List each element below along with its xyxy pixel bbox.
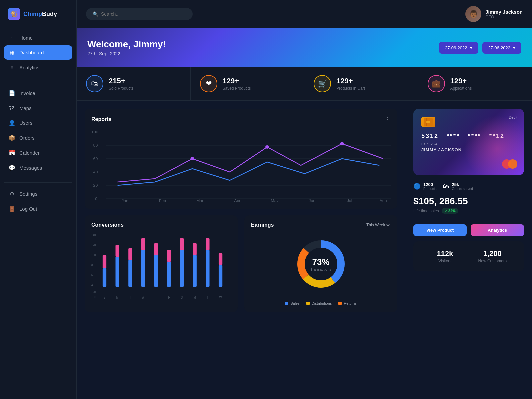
svg-text:S: S (181, 296, 183, 299)
stat-info-cart: 129+ Products in Cart (336, 77, 365, 91)
donut-label: Transactions (310, 267, 331, 271)
nav-divider-2 (4, 182, 72, 183)
main-content: 🔍 👨🏾 Jimmy Jackson CEO Welcome, Jimmy! 2… (77, 0, 532, 399)
mastercard-orange-circle (508, 159, 517, 169)
sidebar-item-analytics[interactable]: ≡ Analytics (4, 60, 72, 74)
view-product-button[interactable]: View Product (413, 224, 467, 236)
svg-rect-52 (193, 243, 197, 255)
customers-label: New Customers (469, 259, 516, 263)
orders-stat: 🛍 25k Orders served (443, 182, 473, 191)
welcome-banner: Welcome, Jimmy! 27th, Sept 2022 27-06-20… (77, 28, 532, 67)
svg-text:S: S (104, 296, 105, 299)
sidebar-item-dashboard[interactable]: ▦ Dashboard (4, 45, 72, 60)
svg-text:120: 120 (91, 243, 96, 247)
svg-text:W: W (142, 296, 145, 299)
sidebar-item-logout[interactable]: 🚪 Log Out (4, 202, 72, 216)
legend-returns-label: Returns (344, 301, 357, 305)
sidebar-item-orders[interactable]: 📦 Orders (4, 131, 72, 145)
content-area: Welcome, Jimmy! 27th, Sept 2022 27-06-20… (77, 28, 532, 399)
sidebar-item-label: Analytics (19, 65, 39, 70)
sales-amount: $105, 286.55 (413, 196, 524, 207)
date-button-1[interactable]: 27-06-2022 ▾ (439, 42, 478, 54)
stat-card-saved: ❤ 129+ Saved Products (191, 67, 305, 100)
stat-card-apps: 💼 129+ Applications (418, 67, 532, 100)
svg-text:F: F (168, 296, 170, 299)
svg-text:T: T (155, 296, 157, 299)
donut-area: 73% Transactions (251, 231, 391, 297)
logout-icon: 🚪 (9, 206, 15, 212)
avatar: 👨🏾 (465, 6, 481, 22)
period-select[interactable]: This Week (365, 222, 391, 228)
distributions-dot (306, 302, 310, 305)
mastercard-logo (502, 159, 517, 169)
legend-distributions-label: Distributions (312, 301, 332, 305)
date-button-2[interactable]: 27-06-2022 ▾ (482, 42, 522, 54)
legend-sales: Sales (285, 301, 300, 305)
sidebar-item-label: Settings (19, 191, 37, 197)
svg-rect-39 (116, 257, 119, 287)
orders-icon: 🛍 (443, 183, 449, 190)
analytics-button[interactable]: Analytics (471, 224, 524, 236)
user-info: 👨🏾 Jimmy Jackson CEO (465, 6, 523, 22)
more-options-icon[interactable]: ⋮ (384, 115, 391, 123)
svg-text:W: W (219, 296, 222, 299)
svg-text:M: M (116, 296, 119, 299)
sidebar-item-maps[interactable]: 🗺 Maps (4, 101, 72, 115)
cart-number: 129+ (336, 77, 365, 85)
home-icon: ⌂ (9, 35, 15, 41)
svg-text:Jul: Jul (347, 199, 352, 202)
right-column: Debit 5312 **** **** **12 (405, 101, 532, 399)
sidebar-item-home[interactable]: ⌂ Home (4, 31, 72, 45)
svg-rect-37 (103, 268, 106, 287)
search-input[interactable] (101, 11, 186, 17)
svg-text:80: 80 (91, 263, 94, 267)
svg-rect-43 (141, 250, 145, 287)
svg-text:0: 0 (95, 197, 97, 201)
svg-text:May: May (271, 199, 278, 202)
earnings-title: Earnings (251, 222, 274, 228)
dashboard-grid: Reports ⋮ 100 (77, 101, 532, 399)
search-bar[interactable]: 🔍 (86, 8, 193, 20)
saved-icon: ❤ (200, 75, 217, 92)
card-number: 5312 **** **** **12 (421, 133, 516, 140)
returns-dot (338, 302, 342, 305)
svg-point-21 (265, 145, 269, 149)
svg-rect-40 (116, 245, 119, 257)
sidebar-item-users[interactable]: 👤 Users (4, 116, 72, 130)
donut-percentage: 73% (310, 257, 331, 267)
sidebar-item-invoice[interactable]: 📄 Invoice (4, 86, 72, 100)
settings-icon: ⚙ (9, 191, 15, 197)
date-buttons: 27-06-2022 ▾ 27-06-2022 ▾ (439, 42, 521, 54)
svg-rect-76 (426, 121, 430, 123)
conversions-header: Conversions (91, 222, 231, 228)
dashboard-icon: ▦ (9, 49, 15, 56)
sidebar-item-label: Home (19, 35, 33, 41)
svg-text:60: 60 (91, 273, 94, 277)
orders-label: Orders served (452, 187, 473, 191)
card-holder: JIMMY JACKSON (421, 147, 516, 152)
reports-card: Reports ⋮ 100 (85, 109, 397, 209)
sidebar-item-calender[interactable]: 📅 Calender (4, 146, 72, 160)
messages-icon: 💬 (9, 165, 15, 171)
invoice-icon: 📄 (9, 90, 15, 96)
conversions-svg: 140 120 100 80 60 40 20 0 (91, 233, 231, 300)
svg-text:80: 80 (93, 143, 98, 147)
debit-card: Debit 5312 **** **** **12 (413, 109, 524, 175)
sales-section: $105, 286.55 Life time sales ↗ 24% (413, 196, 524, 214)
apps-label: Applications (450, 86, 472, 91)
legend-distributions: Distributions (306, 301, 332, 305)
sidebar-item-label: Calender (19, 150, 40, 156)
svg-rect-47 (167, 262, 171, 287)
saved-label: Saved Products (223, 86, 251, 91)
sidebar-item-messages[interactable]: 💬 Messages (4, 161, 72, 175)
reports-header: Reports ⋮ (91, 115, 391, 123)
user-name: Jimmy Jackson (485, 9, 523, 15)
svg-text:60: 60 (93, 157, 98, 161)
saved-number: 129+ (223, 77, 251, 85)
svg-text:Aug: Aug (380, 199, 387, 202)
secondary-nav: 📄 Invoice 🗺 Maps 👤 Users 📦 Orders 📅 Cale… (0, 86, 76, 176)
sidebar-item-settings[interactable]: ⚙ Settings (4, 187, 72, 201)
products-stat: 🔵 1200 Products (413, 182, 436, 191)
sidebar: 🐒 ChimpBudy ⌂ Home ▦ Dashboard ≡ Analyti… (0, 0, 77, 399)
svg-text:T: T (129, 296, 131, 299)
